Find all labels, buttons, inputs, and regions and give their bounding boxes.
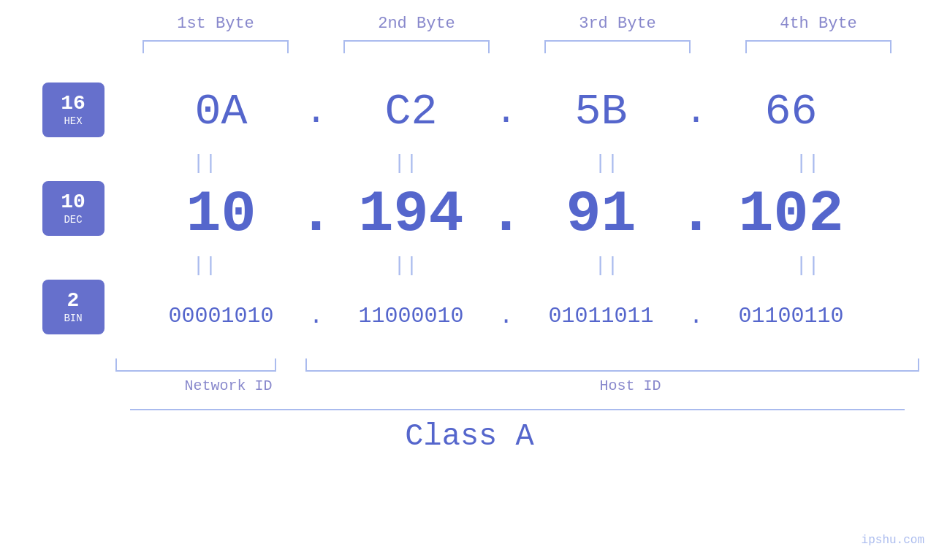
gap1 [276,358,305,372]
bin-val-1: 00001010 [141,304,302,329]
network-id-bracket [115,358,276,372]
dec-row: 10 . 194 . 91 . 102 [104,177,908,250]
hex-oct2: C2 [331,87,492,137]
watermark: ipshu.com [862,534,924,547]
byte3-header: 3rd Byte [537,15,698,33]
bin-oct2: 11000010 [331,304,492,329]
dec-dot-3: . [682,181,711,248]
class-a-label: Class A [405,419,533,454]
dec-val-4: 102 [711,181,872,248]
hex-oct3: 5B [521,87,682,137]
content-area: 16 HEX 10 DEC 2 BIN 0A . [13,75,927,353]
bin-row: 00001010 . 11000010 . 01011011 . 0110011… [104,280,908,353]
eq2-2: || [325,254,486,277]
byte-headers: 1st Byte 2nd Byte 3rd Byte 4th Byte [115,15,919,33]
equals-row-2: || || || || [104,250,908,280]
bracket-2 [343,40,490,53]
dec-badge: 10 DEC [42,181,104,236]
bracket-4 [745,40,892,53]
main-container: 1st Byte 2nd Byte 3rd Byte 4th Byte 16 H… [0,0,939,560]
bottom-brackets-container: Network ID Host ID [115,358,919,394]
bin-oct1: 00001010 [141,304,302,329]
bin-dot-1: . [302,303,331,330]
bin-oct3: 01011011 [521,304,682,329]
bin-val-4: 01100110 [711,304,872,329]
dec-octet-row: 10 . 194 . 91 . 102 [104,181,908,248]
hex-val-2: C2 [331,87,492,137]
dec-oct4: 102 [711,181,872,248]
bin-oct4: 01100110 [711,304,872,329]
hex-label: HEX [64,115,82,127]
equals-row-1: || || || || [104,148,908,177]
hex-val-4: 66 [711,87,872,137]
bin-num: 2 [67,290,80,312]
bin-octet-row: 00001010 . 11000010 . 01011011 . 0110011… [104,303,908,330]
byte1-header: 1st Byte [135,15,296,33]
hex-dot-2: . [492,91,521,133]
hex-val-1: 0A [141,87,302,137]
hex-oct4: 66 [711,87,872,137]
bracket-3 [544,40,691,53]
bin-dot-3: . [682,303,711,330]
top-brackets [115,40,919,53]
byte4-header: 4th Byte [738,15,899,33]
dec-oct2: 194 [331,181,492,248]
hex-row: 0A . C2 . 5B . 66 [104,75,908,148]
hex-badge: 16 HEX [42,83,104,137]
eq1-1: || [124,152,285,174]
dec-num: 10 [61,191,85,214]
bottom-bracket-row [115,358,919,372]
base-labels: 16 HEX 10 DEC 2 BIN [42,83,104,334]
hex-octet-row: 0A . C2 . 5B . 66 [104,87,908,137]
host-id-label: Host ID [342,377,919,394]
bracket-1 [142,40,289,53]
dec-dot-2: . [492,181,521,248]
hex-dot-1: . [302,91,331,133]
dec-val-2: 194 [331,181,492,248]
class-bar [130,409,905,410]
eq1-4: || [727,152,888,174]
eq2-1: || [124,254,285,277]
dec-oct1: 10 [141,181,302,248]
dec-val-3: 91 [521,181,682,248]
network-id-label: Network ID [115,377,342,394]
dec-oct3: 91 [521,181,682,248]
dec-label: DEC [64,214,82,226]
bin-val-2: 11000010 [331,304,492,329]
ip-rows: 0A . C2 . 5B . 66 [104,75,927,353]
eq2-3: || [526,254,687,277]
hex-oct1: 0A [141,87,302,137]
eq1-2: || [325,152,486,174]
host-id-bracket [305,358,919,372]
eq1-3: || [526,152,687,174]
dec-dot-1: . [302,181,331,248]
bin-val-3: 01011011 [521,304,682,329]
bracket-label-row: Network ID Host ID [115,377,919,394]
bin-label: BIN [64,312,82,324]
dec-val-1: 10 [141,181,302,248]
bin-badge: 2 BIN [42,280,104,334]
class-label-row: Class A [0,419,939,454]
eq2-4: || [727,254,888,277]
hex-val-3: 5B [521,87,682,137]
byte2-header: 2nd Byte [336,15,497,33]
hex-dot-3: . [682,91,711,133]
bin-dot-2: . [492,303,521,330]
hex-num: 16 [61,93,85,115]
